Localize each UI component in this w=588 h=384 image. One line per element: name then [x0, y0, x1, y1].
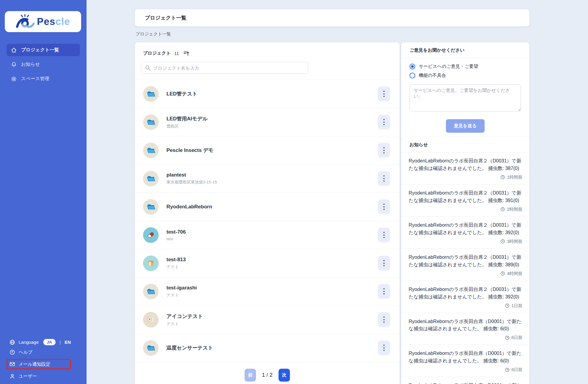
kebab-menu-button[interactable]: [378, 340, 390, 355]
project-row[interactable]: test-igarashiテスト: [135, 277, 400, 306]
notification-item[interactable]: RyodenLabRebornのラボ長田自席（D0001）で新たな捕虫は確認され…: [401, 313, 529, 345]
radio-unselected-icon[interactable]: [410, 73, 415, 78]
sidebar-item-projects[interactable]: プロジェクト一覧: [7, 44, 80, 56]
globe-icon: [9, 339, 15, 345]
project-name: test-igarashi: [166, 285, 378, 291]
notifications-panel-header: お知らせ: [401, 137, 529, 153]
project-search-input[interactable]: [141, 62, 308, 74]
next-page-button[interactable]: 次: [279, 369, 290, 382]
question-icon: [9, 349, 15, 355]
folder-icon: [143, 199, 159, 215]
search-icon: [145, 65, 151, 72]
notification-item[interactable]: RyodenLabRebornのラボ長田自席２（D0031）で新たな捕虫は確認さ…: [401, 217, 529, 249]
project-row[interactable]: アイコンテストテスト: [135, 306, 400, 334]
notification-text: RyodenLabRebornのラボ長田自席２（D0031）で新たな捕虫は確認さ…: [409, 189, 522, 204]
project-row[interactable]: RyodenLabReborn: [135, 193, 400, 221]
project-row[interactable]: 温度センサーテスト: [135, 334, 400, 362]
sidebar-item-help[interactable]: ヘルプ: [9, 349, 71, 355]
feedback-option-bug[interactable]: 機能の不具合: [410, 73, 521, 78]
notification-time: 1時間前: [409, 174, 522, 180]
send-feedback-button[interactable]: 意見を送る: [446, 119, 485, 133]
user-icon: [9, 373, 15, 379]
notification-item[interactable]: RyodenLabRebornのラボ長田自席（D0001）で新たな捕虫は確認され…: [401, 377, 529, 384]
help-label: ヘルプ: [19, 349, 32, 355]
language-en-button[interactable]: EN: [65, 340, 71, 345]
page-title: プロジェクト一覧: [145, 14, 186, 21]
notifications-title: お知らせ: [410, 142, 428, 147]
home-icon: [11, 47, 17, 53]
notification-item[interactable]: RyodenLabRebornのラボ長田自席２（D0031）で新たな捕虫は確認さ…: [401, 281, 529, 313]
kebab-menu-button[interactable]: [378, 256, 390, 271]
language-ja-button[interactable]: JA: [43, 339, 56, 345]
projects-panel: プロジェクト 11 LED管テスト LED管用AIモデル豊島区 Pescle I…: [135, 42, 400, 384]
kebab-menu-button[interactable]: [378, 86, 390, 101]
feedback-textarea[interactable]: [410, 84, 521, 111]
project-row[interactable]: Pescle Insects デモ: [135, 136, 400, 165]
notification-item[interactable]: RyodenLabRebornのラボ長田自席（D0001）で新たな捕虫は確認され…: [401, 345, 529, 377]
kebab-menu-button[interactable]: [378, 143, 390, 158]
projects-title: プロジェクト: [143, 50, 171, 56]
kebab-menu-button[interactable]: [378, 199, 390, 214]
notification-item[interactable]: RyodenLabRebornのラボ長田自席２（D0031）で新たな捕虫は確認さ…: [401, 185, 529, 217]
notification-time: 4時間前: [409, 271, 522, 277]
feedback-title: ご意見をお聞かせください: [410, 47, 465, 53]
project-name: test-813: [166, 257, 378, 263]
notification-text: RyodenLabRebornのラボ長田自席（D0001）で新たな捕虫は確認され…: [409, 318, 522, 333]
breadcrumb: プロジェクト一覧: [136, 31, 171, 37]
project-subtitle: 東京都豊島区東池袋3-15-15: [166, 180, 378, 185]
app-logo[interactable]: Pescle: [5, 11, 81, 32]
kebab-menu-button[interactable]: [378, 171, 390, 186]
prev-page-button[interactable]: 前: [245, 369, 256, 382]
clock-icon: [505, 303, 510, 308]
project-row[interactable]: test-706test: [135, 221, 400, 249]
sidebar-item-notices[interactable]: お知らせ: [7, 58, 80, 71]
notification-text: RyodenLabRebornのラボ長田自席２（D0031）で新たな捕虫は確認さ…: [409, 157, 522, 172]
notification-time: 6日前: [409, 367, 522, 373]
pescle-eye-logo-icon: [16, 14, 35, 29]
project-row[interactable]: LED管用AIモデル豊島区: [135, 108, 400, 136]
sidebar-item-user[interactable]: ユーザー: [9, 373, 71, 379]
language-label: Language: [19, 340, 39, 345]
sort-button[interactable]: [183, 51, 189, 56]
sidebar-item-space-management[interactable]: スペース管理: [7, 73, 80, 85]
mail-icon: [9, 361, 15, 367]
kebab-menu-button[interactable]: [378, 284, 390, 299]
notification-time: 6日前: [409, 335, 522, 340]
folder-icon: [143, 171, 159, 186]
project-name: RyodenLabReborn: [166, 204, 378, 210]
project-name: Pescle Insects デモ: [166, 147, 378, 154]
project-subtitle: テスト: [166, 264, 378, 270]
project-row[interactable]: LED管テスト: [135, 80, 400, 108]
language-row: Language JA | EN: [9, 339, 71, 345]
folder-icon: [143, 340, 159, 356]
sidebar-nav: プロジェクト一覧 お知らせ スペース管理: [7, 44, 80, 87]
project-subtitle: テスト: [166, 292, 378, 298]
project-subtitle: 豊島区: [166, 124, 378, 129]
notification-time: 3時間前: [409, 239, 522, 244]
sort-icon: [183, 51, 189, 56]
kebab-menu-button[interactable]: [378, 115, 390, 129]
notification-time: 2時間前: [409, 207, 522, 212]
radio-selected-icon[interactable]: [410, 64, 415, 69]
notifications-panel: お知らせ RyodenLabRebornのラボ長田自席２（D0031）で新たな捕…: [401, 137, 529, 384]
kebab-menu-button[interactable]: [378, 228, 390, 242]
notification-item[interactable]: RyodenLabRebornのラボ長田自席２（D0031）で新たな捕虫は確認さ…: [401, 153, 529, 185]
page-header: プロジェクト一覧: [135, 9, 529, 26]
mail-settings-label: メール通知設定: [19, 361, 50, 367]
sidebar-item-mail-settings[interactable]: メール通知設定: [7, 359, 71, 369]
gear-icon: [11, 76, 17, 82]
notification-text: RyodenLabRebornのラボ長田自席２（D0031）で新たな捕虫は確認さ…: [409, 222, 522, 237]
paper-roll-icon: [143, 312, 159, 328]
kebab-menu-button[interactable]: [378, 312, 390, 327]
pescle-logo-text: Pescle: [37, 16, 70, 27]
clock-icon: [505, 335, 510, 340]
project-name: plantest: [166, 172, 378, 178]
feedback-option-service[interactable]: サービスへのご意見・ご要望: [410, 64, 521, 69]
project-subtitle: test: [166, 237, 378, 241]
project-name: test-706: [166, 229, 378, 235]
sidebar-footer: Language JA | EN ヘルプ メール通知設定 ユーザー: [9, 335, 71, 379]
notification-item[interactable]: RyodenLabRebornのラボ長田自席２（D0031）で新たな捕虫は確認さ…: [401, 249, 529, 281]
project-row[interactable]: test-813テスト: [135, 249, 400, 277]
project-row[interactable]: plantest東京都豊島区東池袋3-15-15: [135, 165, 400, 193]
sidebar-item-label: お知らせ: [21, 61, 40, 68]
